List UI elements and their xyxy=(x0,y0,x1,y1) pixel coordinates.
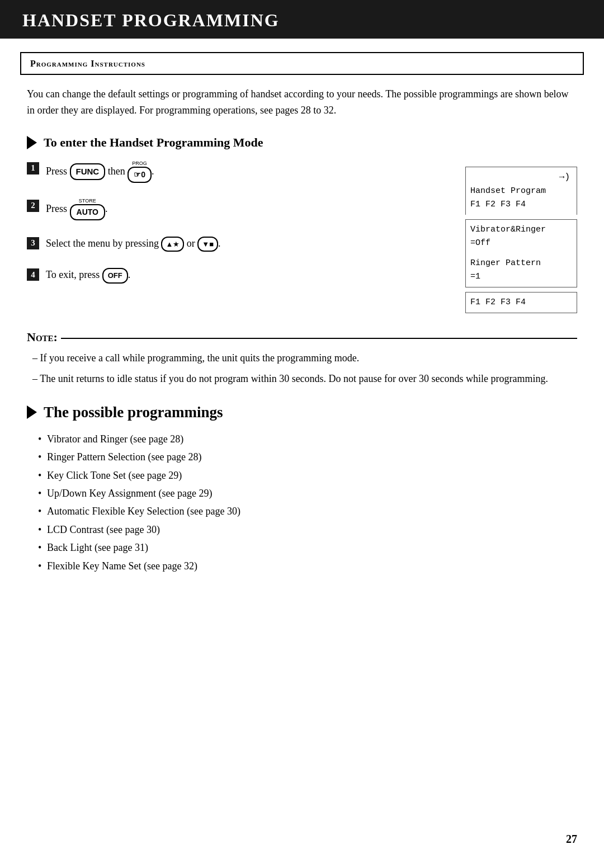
step-number-4: 4 xyxy=(27,268,39,281)
display-mid2-line2: =1 xyxy=(470,270,572,284)
prog-item-4: Up/Down Key Assignment (see page 29) xyxy=(38,484,577,502)
step-number-3: 3 xyxy=(27,237,39,249)
step-2-text: Press STORE AUTO . xyxy=(46,199,107,220)
possible-programmings-heading: The possible programmings xyxy=(27,404,577,421)
enter-mode-title: To enter the Handset Programming Mode xyxy=(44,135,263,150)
triangle-icon xyxy=(27,136,37,149)
note-label: Note: xyxy=(27,330,58,345)
auto-key-label: STORE xyxy=(70,199,105,204)
display-arrow: →) xyxy=(470,171,572,185)
display-bot-line1: F1 F2 F3 F4 xyxy=(470,296,572,309)
prog-item-3: Key Click Tone Set (see page 29) xyxy=(38,466,577,484)
note-dash-line xyxy=(61,338,577,339)
prog-item-1: Vibrator and Ringer (see page 28) xyxy=(38,430,577,448)
step-number-2: 2 xyxy=(27,200,39,212)
prog-item-7: Back Light (see page 31) xyxy=(38,539,577,556)
prog-list: Vibrator and Ringer (see page 28) Ringer… xyxy=(27,430,577,575)
note-header-row: Note: xyxy=(27,330,577,345)
display-top: →) Handset Program F1 F2 F3 F4 xyxy=(465,167,577,215)
display-mid1: Vibrator&Ringer =Off xyxy=(465,219,577,253)
enter-mode-heading: To enter the Handset Programming Mode xyxy=(27,135,577,150)
possible-programmings-title: The possible programmings xyxy=(44,404,223,421)
note-item-1: If you receive a call while programming,… xyxy=(32,350,577,366)
display-top-line2: F1 F2 F3 F4 xyxy=(470,198,572,211)
step-1-text: Press FUNC then PROG ☞0 . xyxy=(46,161,154,183)
step-1: 1 Press FUNC then PROG ☞0 . xyxy=(27,161,449,183)
steps-list: 1 Press FUNC then PROG ☞0 . 2 Press STOR… xyxy=(27,161,449,314)
prog-key: ☞0 xyxy=(128,167,152,183)
step-4: 4 To exit, press OFF. xyxy=(27,267,449,284)
or-text: or xyxy=(187,238,198,249)
prog-item-2: Ringer Pattern Selection (see page 28) xyxy=(38,448,577,466)
page-header: Handset Programming xyxy=(0,0,604,39)
main-content: You can change the default settings or p… xyxy=(0,86,604,575)
off-key: OFF xyxy=(102,268,128,284)
step-3: 3 Select the menu by pressing ▲★ or ▼■. xyxy=(27,236,449,252)
display-mid2-line1: Ringer Pattern xyxy=(470,257,572,270)
display-mid1-line1: Vibrator&Ringer xyxy=(470,223,572,237)
display-mid2: Ringer Pattern =1 xyxy=(465,253,577,287)
prog-item-5: Automatic Flexible Key Selection (see pa… xyxy=(38,502,577,520)
page-title: Handset Programming xyxy=(22,10,582,31)
step-4-text: To exit, press OFF. xyxy=(46,267,130,284)
prog-item-6: LCD Contrast (see page 30) xyxy=(38,521,577,539)
note-list: If you receive a call while programming,… xyxy=(27,350,577,387)
prog-key-label: PROG xyxy=(128,161,152,166)
prog-item-8: Flexible Key Name Set (see page 32) xyxy=(38,557,577,575)
triangle-icon-2 xyxy=(27,405,37,419)
steps-area: 1 Press FUNC then PROG ☞0 . 2 Press STOR… xyxy=(27,161,577,314)
step-3-text: Select the menu by pressing ▲★ or ▼■. xyxy=(46,236,221,252)
display-mid1-line2: =Off xyxy=(470,237,572,250)
step-2: 2 Press STORE AUTO . xyxy=(27,199,449,220)
func-key: FUNC xyxy=(70,163,106,181)
intro-text: You can change the default settings or p… xyxy=(27,86,577,119)
auto-key-wrap: STORE AUTO xyxy=(70,199,105,220)
display-bot: F1 F2 F3 F4 xyxy=(465,292,577,313)
note-item-2: The unit returns to idle status if you d… xyxy=(32,371,577,387)
auto-key: AUTO xyxy=(70,204,105,220)
section-box-title: Programming Instructions xyxy=(30,59,145,68)
display-panels: →) Handset Program F1 F2 F3 F4 Vibrator&… xyxy=(465,167,577,314)
prog-key-wrap: PROG ☞0 xyxy=(128,161,152,183)
note-section: Note: If you receive a call while progra… xyxy=(27,330,577,387)
nav-key-down: ▼■ xyxy=(197,237,218,252)
display-top-line1: Handset Program xyxy=(470,185,572,198)
nav-key-up: ▲★ xyxy=(161,237,184,252)
section-box: Programming Instructions xyxy=(20,52,584,75)
page-number: 27 xyxy=(566,833,577,846)
step-number-1: 1 xyxy=(27,162,39,174)
